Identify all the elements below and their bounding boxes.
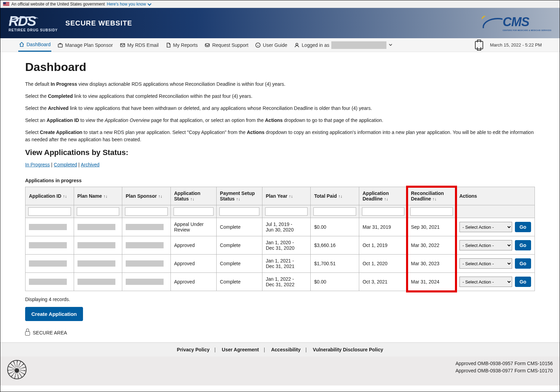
sort-icon: ↑↓ [190, 197, 194, 202]
approved-line-1: Approved OMB-0938-0957 Form CMS-10156 [456, 360, 553, 367]
info-icon [255, 42, 261, 48]
filter-payment-status[interactable] [219, 207, 259, 216]
col-plan-name[interactable]: Plan Name↑↓ [74, 187, 122, 205]
cell-total-paid: $3,660.16 [311, 236, 359, 255]
cell-recon-deadline: Mar 31, 2024 [407, 273, 456, 291]
logged-in-user-redacted [331, 41, 386, 49]
gov-banner-link[interactable]: Here's how you know [107, 2, 151, 7]
action-select[interactable]: - Select Action - [459, 277, 512, 287]
nav-user-guide[interactable]: User Guide [255, 38, 288, 52]
sort-icon: ↑↓ [158, 194, 162, 199]
table-header-row: Application ID↑↓ Plan Name↑↓ Plan Sponso… [25, 187, 535, 205]
col-app-status[interactable]: Application Status↑↓ [170, 187, 216, 205]
timestamp: March 15, 2022 - 5:22 PM [490, 42, 542, 48]
cell-plan-year: Jan 1, 2022 -Dec 31, 2022 [262, 273, 311, 291]
nav-manage-plan-sponsor[interactable]: Manage Plan Sponsor [57, 38, 114, 52]
filter-app-status[interactable] [174, 207, 214, 216]
filter-plan-name[interactable] [77, 207, 120, 216]
col-recon-deadline[interactable]: Reconciliation Deadline↑↓ [407, 187, 456, 205]
user-icon [294, 42, 300, 48]
sort-icon: ↑↓ [338, 194, 342, 199]
cell-recon-deadline: Sep 30, 2021 [407, 218, 456, 236]
col-actions: Actions [456, 187, 535, 205]
status-links: In Progress | Completed | Archived [25, 162, 535, 167]
cell-app-status: Approved [170, 255, 216, 273]
svg-rect-0 [58, 44, 62, 47]
record-count: Displaying 4 records. [25, 297, 535, 302]
cell-payment-status: Complete [216, 218, 262, 236]
filter-recon-deadline[interactable] [410, 207, 453, 216]
rds-logo: RDS RETIREE DRUG SUBSIDY [9, 14, 58, 32]
cell-recon-deadline: Mar 30, 2023 [407, 255, 456, 273]
print-icon[interactable] [475, 41, 483, 49]
filter-app-id[interactable] [28, 207, 71, 216]
redacted-cell [77, 242, 115, 248]
footer-link[interactable]: User Agreement [220, 347, 260, 352]
logged-in-label: Logged in as [302, 42, 329, 48]
col-payment-status[interactable]: Payment Setup Status↑↓ [216, 187, 262, 205]
go-button[interactable]: Go [515, 258, 531, 269]
cell-app-status: Appeal Under Review [170, 218, 216, 236]
footer-link[interactable]: Accessibility [270, 347, 302, 352]
nav-request-support[interactable]: Request Support [204, 38, 249, 52]
sort-icon: ↑↓ [103, 194, 107, 199]
redacted-cell [77, 224, 115, 230]
cell-app-deadline: Oct 3, 2021 [359, 273, 407, 291]
filter-total-paid[interactable] [313, 207, 356, 216]
footer-link[interactable]: Privacy Policy [176, 347, 211, 352]
briefcase-icon [58, 42, 63, 48]
status-heading: View Applications by Status: [25, 148, 535, 157]
redacted-cell [126, 242, 164, 248]
create-application-button[interactable]: Create Application [25, 307, 83, 321]
action-select[interactable]: - Select Action - [459, 258, 512, 269]
chevron-down-icon [388, 42, 393, 48]
cell-app-deadline: Oct 1, 2020 [359, 255, 407, 273]
cell-payment-status: Complete [216, 236, 262, 255]
col-app-id[interactable]: Application ID↑↓ [25, 187, 74, 205]
table-row: ApprovedCompleteJan 1, 2022 -Dec 31, 202… [25, 273, 535, 291]
nav-label: My RDS Email [127, 42, 159, 48]
go-button[interactable]: Go [515, 277, 531, 287]
svg-point-4 [296, 43, 298, 45]
cell-recon-deadline: Mar 30, 2022 [407, 236, 456, 255]
table-title: Applications in progress [25, 178, 535, 183]
filter-plan-sponsor[interactable] [125, 207, 168, 216]
action-select[interactable]: - Select Action - [459, 240, 512, 250]
page-title: Dashboard [25, 60, 535, 74]
intro-text: The default In Progress view displays ac… [25, 81, 535, 143]
cell-plan-year: Jul 1, 2019 -Jun 30, 2020 [262, 218, 311, 236]
col-app-deadline[interactable]: Application Deadline↑↓ [359, 187, 407, 205]
main-content: Dashboard The default In Progress view d… [0, 52, 560, 339]
table-row: ApprovedCompleteJan 1, 2021 -Dec 31, 202… [25, 255, 535, 273]
redacted-cell [29, 279, 67, 285]
cell-app-status: Approved [170, 273, 216, 291]
nav-logged-in[interactable]: Logged in as [293, 38, 393, 52]
col-plan-year[interactable]: Plan Year↑↓ [262, 187, 311, 205]
cell-total-paid: $0.00 [311, 218, 359, 236]
applications-table: Application ID↑↓ Plan Name↑↓ Plan Sponso… [25, 187, 535, 291]
nav-my-rds-email[interactable]: My RDS Email [119, 38, 159, 52]
nav-label: My Reports [173, 42, 198, 48]
col-total-paid[interactable]: Total Paid↑↓ [311, 187, 359, 205]
us-flag-icon [3, 2, 9, 6]
action-select[interactable]: - Select Action - [459, 222, 512, 232]
nav-label: Request Support [212, 42, 248, 48]
go-button[interactable]: Go [515, 222, 531, 232]
link-archived[interactable]: Archived [81, 162, 99, 167]
footer-link[interactable]: Vulnerability Disclosure Policy [311, 347, 384, 352]
redacted-cell [77, 279, 115, 285]
nav-my-reports[interactable]: My Reports [165, 38, 199, 52]
home-icon [19, 42, 24, 47]
filter-app-deadline[interactable] [362, 207, 405, 216]
go-button[interactable]: Go [515, 240, 531, 250]
table-row: Appeal Under ReviewCompleteJul 1, 2019 -… [25, 218, 535, 236]
col-plan-sponsor[interactable]: Plan Sponsor↑↓ [122, 187, 171, 205]
link-in-progress[interactable]: In Progress [25, 162, 50, 167]
sort-icon: ↑↓ [236, 197, 240, 202]
filter-plan-year[interactable] [265, 207, 308, 216]
lock-icon [25, 331, 30, 336]
link-completed[interactable]: Completed [54, 162, 77, 167]
sort-icon: ↑↓ [63, 194, 67, 199]
nav-dashboard[interactable]: DashBoard [18, 38, 51, 52]
document-icon [166, 42, 171, 48]
